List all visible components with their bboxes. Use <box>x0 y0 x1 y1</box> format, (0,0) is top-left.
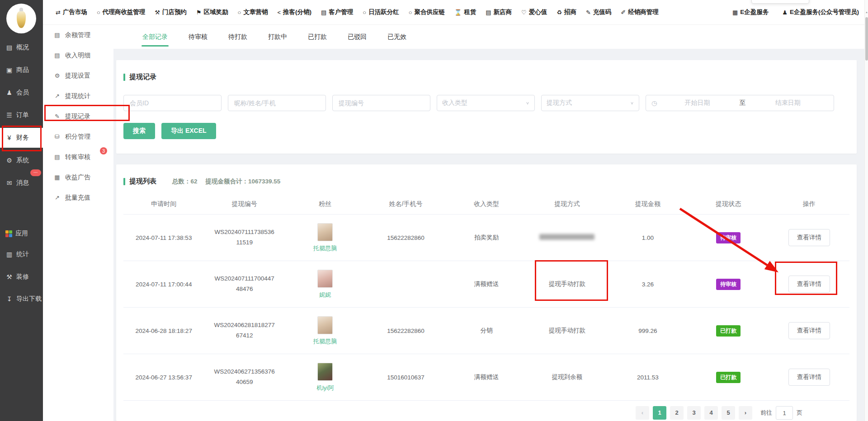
submenu-item-label: 余额管理 <box>65 31 90 39</box>
sidebar-item-会员[interactable]: ♟会员 <box>0 83 43 103</box>
view-detail-button[interactable]: 查看详情 <box>788 322 830 339</box>
image-icon: ▦ <box>54 174 61 181</box>
member-icon: ♟ <box>5 89 13 96</box>
cell-income-type: 分销 <box>446 327 527 335</box>
goto-page-input[interactable] <box>776 406 793 420</box>
cell-apply-time: 2024-07-11 17:38:53 <box>123 234 204 241</box>
pagination-next-button[interactable]: › <box>739 406 752 420</box>
view-detail-button[interactable]: 查看详情 <box>788 369 830 386</box>
tab-已驳回[interactable]: 已驳回 <box>347 26 368 48</box>
nav-item-label: 推客(分销) <box>283 8 311 16</box>
column-header: 姓名/手机号 <box>365 200 446 208</box>
pagination-page-3[interactable]: 3 <box>687 406 701 420</box>
nav-item[interactable]: ✎充值码 <box>586 8 611 16</box>
apps-grid-icon <box>5 230 12 237</box>
nav-item[interactable]: ♻招商 <box>557 8 576 16</box>
sidebar-item-label: 会员 <box>16 89 29 97</box>
filter-input[interactable] <box>332 95 430 111</box>
tab-待打款[interactable]: 待打款 <box>227 26 248 48</box>
fan-nickname[interactable]: 机lyi阿 <box>316 384 334 392</box>
nav-right-item[interactable]: ♟E企盈服务(公众号管理员) <box>782 8 859 16</box>
nav-item[interactable]: ⚑区域奖励 <box>196 8 228 16</box>
date-range-picker[interactable]: ◷ 开始日期 至 结束日期 <box>646 95 834 111</box>
nav-right-item[interactable]: ▦E企盈服务 <box>732 8 769 16</box>
end-date-placeholder[interactable]: 结束日期 <box>748 99 828 107</box>
filter-buttons-row: 搜索 导出 EXCEL <box>123 123 849 139</box>
recycle-icon: ♻ <box>557 9 562 16</box>
cart-icon: ☰ <box>5 112 13 119</box>
view-detail-button[interactable]: 查看详情 <box>788 276 830 293</box>
pagination-page-4[interactable]: 4 <box>704 406 718 420</box>
panel-icon: ▤ <box>486 9 491 16</box>
fan-avatar[interactable] <box>317 270 333 288</box>
pencil-icon: ✎ <box>586 9 591 16</box>
nav-item[interactable]: ✐经销商管理 <box>621 8 658 16</box>
filter-input[interactable] <box>123 95 222 111</box>
submenu-item-收益广告[interactable]: ▦收益广告 <box>43 167 113 187</box>
shop-logo[interactable] <box>6 4 36 33</box>
start-date-placeholder[interactable]: 开始日期 <box>657 99 737 107</box>
submenu-item-提现统计[interactable]: ↗提现统计 <box>43 86 113 106</box>
filter-input[interactable] <box>228 95 326 111</box>
search-button[interactable]: 搜索 <box>123 123 155 139</box>
sidebar-item-概况[interactable]: ▤概况 <box>0 37 43 57</box>
view-detail-button[interactable]: 查看详情 <box>788 229 830 246</box>
pagination-page-1[interactable]: 1 <box>653 406 666 420</box>
scrollbar-thumb[interactable] <box>865 17 868 61</box>
submenu-item-收入明细[interactable]: ▤收入明细 <box>43 45 113 65</box>
nav-item[interactable]: ○聚合供应链 <box>409 8 445 16</box>
fan-nickname[interactable]: 妮妮 <box>319 291 331 299</box>
nav-item[interactable]: <推客(分销) <box>277 8 311 16</box>
submenu-item-转账审核[interactable]: ▤转账审核3 <box>43 147 113 167</box>
stats-icon: ▥ <box>5 251 13 258</box>
swap-icon: ⇄ <box>56 9 61 16</box>
green-bar <box>123 178 125 185</box>
submenu-item-提现记录[interactable]: ✎提现记录 <box>43 106 113 126</box>
fan-avatar[interactable] <box>317 316 333 334</box>
tab-打款中[interactable]: 打款中 <box>267 26 288 48</box>
tab-全部记录[interactable]: 全部记录 <box>142 26 169 48</box>
export-excel-button[interactable]: 导出 EXCEL <box>161 123 216 139</box>
tab-已无效[interactable]: 已无效 <box>387 26 407 48</box>
nav-item[interactable]: ▤新店商 <box>486 8 512 16</box>
submenu-item-提现设置[interactable]: ⚙提现设置 <box>43 65 113 86</box>
nav-item[interactable]: ○日活跃分红 <box>363 8 399 16</box>
green-bar <box>123 74 125 81</box>
sidebar-item-消息[interactable]: ✉消息⋯ <box>0 173 43 193</box>
submenu-item-批量充值[interactable]: ↗批量充值 <box>43 187 113 208</box>
nav-item[interactable]: ○文章营销 <box>238 8 268 16</box>
nav-item[interactable]: ⌛租赁 <box>454 8 476 16</box>
sidebar-item-订单[interactable]: ☰订单 <box>0 105 43 125</box>
sidebar-item-商品[interactable]: ▣商品 <box>0 60 43 80</box>
nav-item[interactable]: ⚒门店预约 <box>155 8 187 16</box>
cell-withdraw-number: WS20240711173853611519 <box>204 227 284 248</box>
sidebar-item-装修[interactable]: ⚒装修 <box>0 267 43 287</box>
fan-nickname[interactable]: 托腮思脑 <box>313 244 337 253</box>
nav-item[interactable]: ♡爱心值 <box>521 8 547 16</box>
tab-待审核[interactable]: 待审核 <box>188 26 208 48</box>
pagination-page-5[interactable]: 5 <box>722 406 735 420</box>
sidebar-item-系统[interactable]: ⚙系统 <box>0 150 43 170</box>
submenu-item-积分管理[interactable]: ⛁积分管理 <box>43 126 113 147</box>
cell-withdraw-number: WS20240711170044748476 <box>204 274 284 295</box>
filter-select[interactable]: 提现方式∨ <box>541 95 639 111</box>
submenu-item-label: 提现统计 <box>65 92 90 100</box>
sidebar-item-导出下载[interactable]: ↧导出下载 <box>0 289 43 309</box>
sidebar-item-应用[interactable]: 应用 <box>0 224 43 243</box>
scrollbar-up-arrow[interactable]: ▲ <box>865 11 868 14</box>
submenu-item-余额管理[interactable]: ▤余额管理 <box>43 25 113 45</box>
fan-nickname[interactable]: 托腮思脑 <box>313 337 337 346</box>
pagination-page-2[interactable]: 2 <box>670 406 684 420</box>
cell-phone: 15016010637 <box>365 374 446 381</box>
pagination-prev-button[interactable]: ‹ <box>636 406 649 420</box>
tab-已打款[interactable]: 已打款 <box>307 26 328 48</box>
filter-select[interactable]: 收入类型∨ <box>437 95 535 111</box>
nav-item[interactable]: ○代理商收益管理 <box>97 8 145 16</box>
sidebar-item-统计[interactable]: ▥统计 <box>0 244 43 264</box>
sidebar-item-财务[interactable]: ¥财务 <box>0 128 43 148</box>
vertical-scrollbar[interactable]: ▲ <box>864 0 868 421</box>
fan-avatar[interactable] <box>317 223 333 241</box>
fan-avatar[interactable] <box>317 363 333 381</box>
nav-item[interactable]: ⇄广告市场 <box>56 8 87 16</box>
nav-item[interactable]: ▤客户管理 <box>321 8 353 16</box>
